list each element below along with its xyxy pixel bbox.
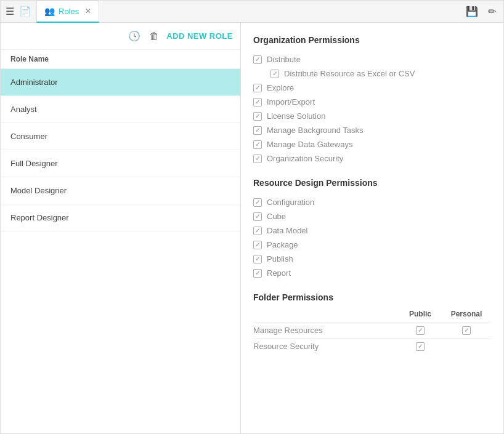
menu-icon[interactable]: ☰ xyxy=(6,6,14,17)
left-panel: 🕓 🗑 ADD NEW ROLE Role Name Administrator… xyxy=(1,23,241,433)
title-bar-actions: 💾 ✏ xyxy=(463,4,498,18)
folder-personal-header: Personal xyxy=(442,310,491,318)
checkbox-configuration[interactable] xyxy=(253,198,262,207)
folder-row-manage-resources: Manage Resources xyxy=(253,322,491,338)
folder-permissions-title: Folder Permissions xyxy=(253,292,491,302)
org-permissions-section: Organization Permissions DistributeDistr… xyxy=(253,35,491,166)
rd-perm-data-model[interactable]: Data Model xyxy=(253,223,491,238)
roles-tab-close[interactable]: ✕ xyxy=(85,7,91,15)
label-cube: Cube xyxy=(267,212,286,221)
rd-perm-configuration[interactable]: Configuration xyxy=(253,195,491,209)
add-new-role-button[interactable]: ADD NEW ROLE xyxy=(166,31,233,41)
label-publish: Publish xyxy=(267,254,293,263)
role-list: AdministratorAnalystConsumerFull Designe… xyxy=(1,69,240,433)
folder-public-header: Public xyxy=(399,310,442,318)
role-name-header: Role Name xyxy=(1,50,240,69)
label-data-model: Data Model xyxy=(267,226,307,235)
role-item-administrator[interactable]: Administrator xyxy=(1,69,240,96)
checkbox-distribute-resource[interactable] xyxy=(270,70,279,78)
rd-perm-publish[interactable]: Publish xyxy=(253,252,491,266)
checkbox-import-export[interactable] xyxy=(253,98,262,106)
checkbox-manage-background-tasks[interactable] xyxy=(253,126,262,135)
save-button[interactable]: 💾 xyxy=(463,4,481,18)
roles-tab-icon: 👥 xyxy=(44,6,55,16)
right-panel: Organization Permissions DistributeDistr… xyxy=(241,23,503,433)
org-perm-distribute[interactable]: Distribute xyxy=(253,52,491,66)
folder-permissions-section: Folder Permissions Public Personal Manag… xyxy=(253,292,491,354)
org-permissions-title: Organization Permissions xyxy=(253,35,491,45)
role-item-model-designer[interactable]: Model Designer xyxy=(1,177,240,204)
role-item-analyst[interactable]: Analyst xyxy=(1,96,240,123)
folder-row-personal-manage-resources[interactable] xyxy=(442,326,491,335)
title-bar: ☰ 📄 👥 Roles ✕ 💾 ✏ xyxy=(1,1,503,23)
label-report: Report xyxy=(267,268,291,278)
org-perm-import-export[interactable]: Import/Export xyxy=(253,95,491,109)
resource-design-list: ConfigurationCubeData ModelPackagePublis… xyxy=(253,195,491,280)
checkbox-license-solution[interactable] xyxy=(253,112,262,121)
resource-design-title: Resource Design Permissions xyxy=(253,178,491,188)
checkbox-manage-data-gateways[interactable] xyxy=(253,140,262,149)
rd-perm-cube[interactable]: Cube xyxy=(253,209,491,223)
checkbox-cube[interactable] xyxy=(253,212,262,221)
folder-row-public-manage-resources[interactable] xyxy=(399,326,442,335)
label-manage-background-tasks: Manage Background Tasks xyxy=(267,126,364,135)
org-permissions-list: DistributeDistribute Resource as Excel o… xyxy=(253,52,491,166)
org-perm-manage-data-gateways[interactable]: Manage Data Gateways xyxy=(253,137,491,151)
folder-row-label-manage-resources: Manage Resources xyxy=(253,326,399,335)
file-icon[interactable]: 📄 xyxy=(19,6,31,17)
folder-header-row: Public Personal xyxy=(253,310,491,318)
label-import-export: Import/Export xyxy=(267,97,315,106)
checkbox-distribute[interactable] xyxy=(253,55,262,64)
checkbox-report[interactable] xyxy=(253,269,262,278)
role-item-report-designer[interactable]: Report Designer xyxy=(1,204,240,231)
label-configuration: Configuration xyxy=(267,198,314,207)
checkbox-public-resource-security[interactable] xyxy=(416,342,425,351)
folder-permissions-table: Public Personal Manage ResourcesResource… xyxy=(253,310,491,354)
main-content: 🕓 🗑 ADD NEW ROLE Role Name Administrator… xyxy=(1,23,503,433)
label-manage-data-gateways: Manage Data Gateways xyxy=(267,140,352,149)
checkbox-data-model[interactable] xyxy=(253,227,262,235)
delete-button[interactable]: 🗑 xyxy=(148,30,160,43)
checkbox-package[interactable] xyxy=(253,241,262,249)
resource-design-section: Resource Design Permissions Configuratio… xyxy=(253,178,491,280)
rd-perm-package[interactable]: Package xyxy=(253,238,491,252)
edit-button[interactable]: ✏ xyxy=(486,4,498,18)
label-explore: Explore xyxy=(267,83,294,92)
folder-row-public-resource-security[interactable] xyxy=(399,342,442,351)
org-perm-license-solution[interactable]: License Solution xyxy=(253,109,491,123)
folder-row-resource-security: Resource Security xyxy=(253,338,491,354)
folder-row-label-resource-security: Resource Security xyxy=(253,342,399,351)
folder-rows: Manage ResourcesResource Security xyxy=(253,322,491,354)
org-perm-manage-background-tasks[interactable]: Manage Background Tasks xyxy=(253,123,491,137)
org-perm-explore[interactable]: Explore xyxy=(253,81,491,95)
label-organization-security: Organization Security xyxy=(267,154,343,163)
history-button[interactable]: 🕓 xyxy=(127,29,142,43)
checkbox-explore[interactable] xyxy=(253,84,262,92)
checkbox-publish[interactable] xyxy=(253,255,262,263)
org-perm-distribute-resource[interactable]: Distribute Resource as Excel or CSV xyxy=(253,66,491,81)
roles-tab-label: Roles xyxy=(59,7,79,16)
label-distribute-resource: Distribute Resource as Excel or CSV xyxy=(284,69,415,78)
label-distribute: Distribute xyxy=(267,55,301,64)
roles-tab[interactable]: 👥 Roles ✕ xyxy=(36,1,99,23)
checkbox-public-manage-resources[interactable] xyxy=(416,326,425,335)
role-item-consumer[interactable]: Consumer xyxy=(1,123,240,150)
checkbox-organization-security[interactable] xyxy=(253,155,262,163)
org-perm-organization-security[interactable]: Organization Security xyxy=(253,151,491,166)
role-item-full-designer[interactable]: Full Designer xyxy=(1,150,240,177)
label-license-solution: License Solution xyxy=(267,111,325,121)
left-toolbar: 🕓 🗑 ADD NEW ROLE xyxy=(1,23,240,50)
checkbox-personal-manage-resources[interactable] xyxy=(462,326,471,335)
rd-perm-report[interactable]: Report xyxy=(253,266,491,280)
label-package: Package xyxy=(267,240,298,249)
